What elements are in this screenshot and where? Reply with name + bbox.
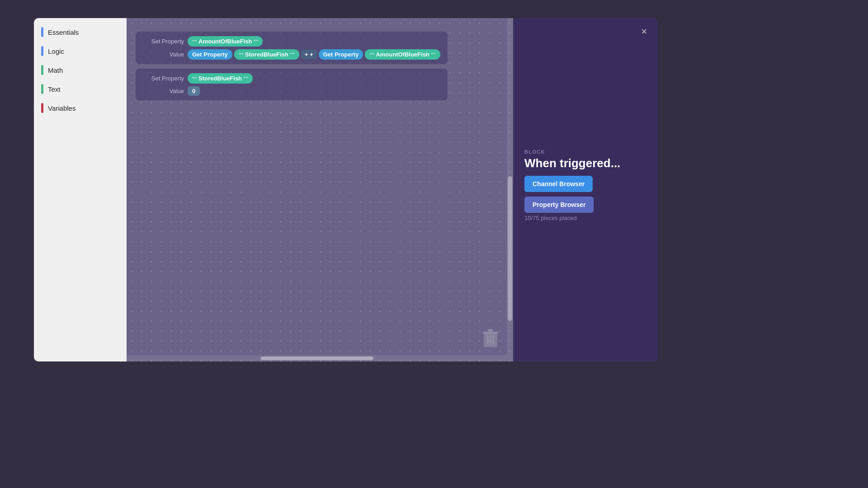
- get-property-text-2: Get Property: [323, 51, 359, 58]
- quote-open-4: ““: [192, 76, 197, 81]
- main-modal: Essentials Logic Math Text Variables Set…: [34, 18, 658, 361]
- logic-color-bar: [41, 46, 43, 56]
- panel-buttons: Channel Browser Property Browser: [524, 176, 646, 213]
- sidebar-label-math: Math: [48, 66, 63, 74]
- essentials-color-bar: [41, 27, 43, 37]
- sidebar-label-variables: Variables: [48, 104, 75, 112]
- plus-operator[interactable]: + +: [301, 50, 317, 59]
- quote-open-2: ““: [239, 52, 244, 57]
- text-color-bar: [41, 84, 43, 94]
- sidebar-item-essentials[interactable]: Essentials: [34, 23, 127, 42]
- amount-blue-fish-chip[interactable]: ““ AmountOfBlueFish ””: [365, 49, 440, 60]
- quote-close-4: ””: [243, 76, 248, 81]
- sidebar-label-logic: Logic: [48, 47, 64, 55]
- blocks-container: Set Property ““ AmountOfBlueFish ”” Valu…: [136, 32, 448, 105]
- svg-rect-2: [488, 329, 493, 332]
- vertical-scrollbar-thumb[interactable]: [508, 176, 512, 321]
- get-property-chip-1[interactable]: Get Property: [188, 49, 232, 60]
- sidebar-label-essentials: Essentials: [48, 28, 79, 36]
- math-color-bar: [41, 65, 43, 75]
- vertical-scrollbar[interactable]: [507, 18, 513, 361]
- quote-close-2: ””: [290, 52, 295, 57]
- canvas-area: Set Property ““ AmountOfBlueFish ”” Valu…: [127, 18, 513, 361]
- prop-name-chip-2[interactable]: ““ StoredBlueFish ””: [188, 73, 253, 84]
- block-group-1: Set Property ““ AmountOfBlueFish ”” Valu…: [136, 32, 448, 64]
- sidebar-label-text: Text: [48, 85, 61, 93]
- sidebar-item-text[interactable]: Text: [34, 80, 127, 99]
- svg-rect-1: [482, 332, 499, 333]
- trash-icon[interactable]: [481, 328, 500, 348]
- quote-open-1: ““: [192, 39, 197, 44]
- horizontal-scrollbar[interactable]: [127, 355, 507, 361]
- get-property-chip-2[interactable]: Get Property: [319, 49, 363, 60]
- value-label-2: Value: [141, 88, 184, 94]
- stored-blue-fish-chip[interactable]: ““ StoredBlueFish ””: [234, 49, 299, 60]
- number-zero: 0: [192, 88, 195, 94]
- block-row-set-property-1: Set Property ““ AmountOfBlueFish ””: [141, 36, 442, 47]
- set-property-label-1: Set Property: [141, 38, 184, 45]
- sidebar-item-logic[interactable]: Logic: [34, 42, 127, 61]
- block-group-2: Set Property ““ StoredBlueFish ”” Value …: [136, 69, 448, 100]
- set-property-label-2: Set Property: [141, 75, 184, 82]
- pieces-count: 10/75 pieces placed: [524, 215, 646, 221]
- number-chip-zero[interactable]: 0: [188, 86, 200, 96]
- channel-browser-button[interactable]: Channel Browser: [524, 176, 593, 192]
- amount-blue-fish-text: AmountOfBlueFish: [376, 51, 429, 58]
- variables-color-bar: [41, 103, 43, 113]
- block-row-set-property-2: Set Property ““ StoredBlueFish ””: [141, 73, 442, 84]
- quote-open-3: ““: [369, 52, 374, 57]
- quote-close-1: ””: [253, 39, 258, 44]
- sidebar-item-variables[interactable]: Variables: [34, 99, 127, 117]
- prop-name-text-2: StoredBlueFish: [198, 75, 242, 82]
- property-browser-button[interactable]: Property Browser: [524, 197, 594, 213]
- horizontal-scrollbar-thumb[interactable]: [260, 357, 373, 360]
- prop-name-text-1: AmountOfBlueFish: [198, 38, 252, 45]
- get-property-text-1: Get Property: [192, 51, 228, 58]
- sidebar: Essentials Logic Math Text Variables: [34, 18, 127, 361]
- block-row-value-2: Value 0: [141, 86, 442, 96]
- quote-close-3: ””: [431, 52, 436, 57]
- right-panel: BLOCK When triggered... Channel Browser …: [513, 18, 658, 361]
- sidebar-item-math[interactable]: Math: [34, 61, 127, 80]
- prop-name-chip-1[interactable]: ““ AmountOfBlueFish ””: [188, 36, 263, 47]
- stored-blue-fish-text: StoredBlueFish: [245, 51, 288, 58]
- block-title: When triggered...: [524, 156, 646, 170]
- close-button[interactable]: ×: [637, 24, 651, 39]
- value-label-1: Value: [141, 51, 184, 58]
- block-row-value-1: Value Get Property ““ StoredBlueFish ”” …: [141, 49, 442, 60]
- block-tag: BLOCK: [524, 149, 646, 155]
